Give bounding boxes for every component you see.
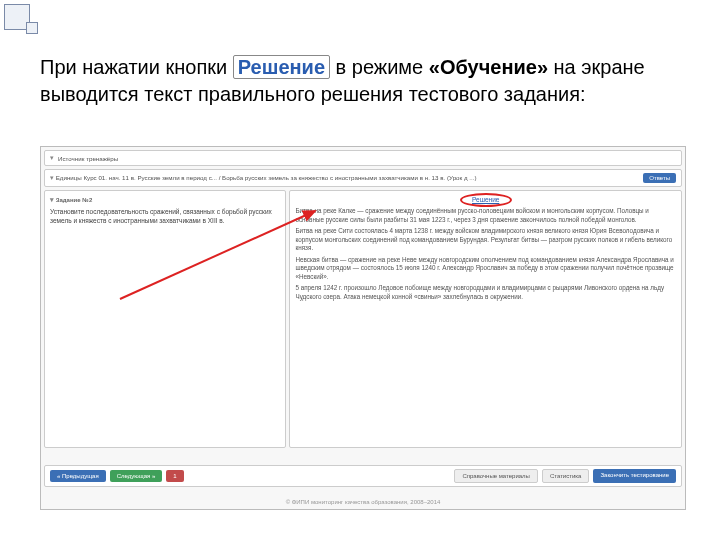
prev-button[interactable]: « Предыдущая	[50, 470, 106, 482]
task-pane: ▾ Задание №2 Установите последовательнос…	[44, 190, 286, 448]
pager-button[interactable]: 1	[166, 470, 183, 482]
collapse-icon: ▾	[50, 174, 54, 181]
breadcrumb-text: Источник тренажёры	[58, 155, 118, 162]
breadcrumb-row-1[interactable]: ▾ Источник тренажёры	[44, 150, 682, 166]
solution-paragraph: Битва на реке Калке — сражение между сое…	[295, 207, 676, 224]
solution-paragraph: Битва на реке Сити состоялась 4 марта 12…	[295, 227, 676, 253]
solution-button-word: Решение	[233, 55, 330, 79]
footer-toolbar: « Предыдущая Следующая » 1 Справочные ма…	[44, 465, 682, 487]
application-screenshot: ▾ Источник тренажёры ▾ Единицы Курс 01. …	[40, 146, 686, 510]
next-button[interactable]: Следующая »	[110, 470, 163, 482]
solution-paragraph: 5 апреля 1242 г. произошло Ледовое побои…	[295, 284, 676, 301]
caption-mode-bold: «Обучение»	[429, 56, 548, 78]
task-body: Установите последовательность сражений, …	[50, 208, 280, 226]
reference-button[interactable]: Справочные материалы	[454, 469, 538, 483]
highlight-ellipse	[460, 193, 512, 207]
answers-button[interactable]: Ответы	[643, 173, 676, 183]
caption-part: При нажатии кнопки	[40, 56, 233, 78]
slide-decoration	[4, 4, 30, 34]
task-title: ▾ Задание №2	[50, 196, 280, 204]
collapse-icon: ▾	[50, 196, 54, 203]
collapse-icon: ▾	[50, 154, 54, 162]
solution-paragraph: Невская битва — сражение на реке Неве ме…	[295, 256, 676, 282]
finish-button[interactable]: Закончить тестирование	[593, 469, 676, 483]
breadcrumb-row-2[interactable]: ▾ Единицы Курс 01. нач. 11 в. Русские зе…	[44, 169, 682, 187]
solution-pane: Решение Битва на реке Калке — сражение м…	[289, 190, 682, 448]
solution-body: Битва на реке Калке — сражение между сое…	[295, 207, 676, 301]
slide-caption: При нажатии кнопки Решение в режиме «Обу…	[40, 54, 690, 108]
main-content-area: ▾ Задание №2 Установите последовательнос…	[44, 190, 682, 448]
caption-part: в режиме	[336, 56, 429, 78]
copyright-text: © ФИПИ мониторинг качества образования, …	[41, 499, 685, 505]
breadcrumb-text: Единицы Курс 01. нач. 11 в. Русские земл…	[56, 174, 477, 181]
stats-button[interactable]: Статистика	[542, 469, 590, 483]
